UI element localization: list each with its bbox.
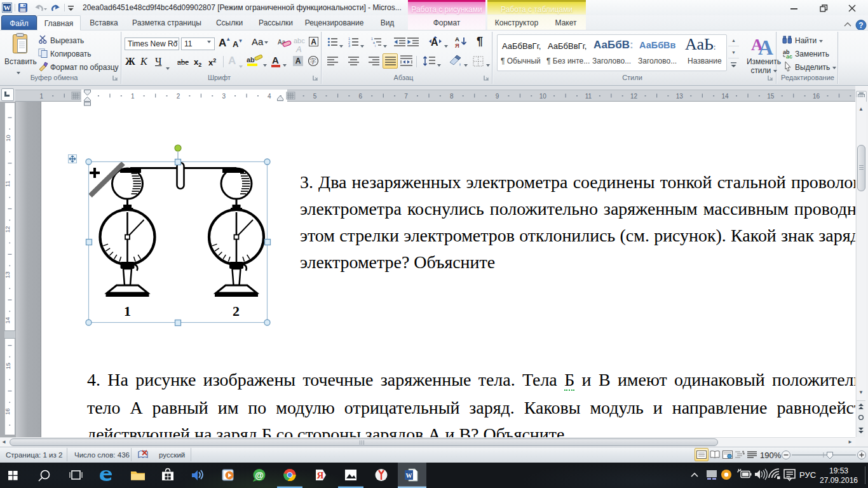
svg-text:9: 9 bbox=[496, 93, 499, 100]
svg-text:14: 14 bbox=[722, 93, 729, 100]
svg-text:14: 14 bbox=[4, 317, 11, 324]
svg-text:ac: ac bbox=[786, 53, 792, 58]
svg-text:Я: Я bbox=[455, 42, 459, 48]
svg-text:1: 1 bbox=[124, 303, 131, 319]
svg-text:5: 5 bbox=[313, 93, 317, 100]
svg-text:W: W bbox=[406, 472, 412, 479]
svg-text:19:53: 19:53 bbox=[829, 466, 848, 475]
svg-text:11: 11 bbox=[4, 180, 11, 187]
svg-text:8: 8 bbox=[450, 93, 454, 100]
svg-text:i: i bbox=[375, 44, 376, 47]
svg-text:ab: ab bbox=[247, 56, 255, 64]
svg-text:11: 11 bbox=[585, 93, 592, 100]
svg-text:27.09.2016: 27.09.2016 bbox=[820, 476, 858, 485]
svg-text:3: 3 bbox=[348, 44, 350, 47]
svg-text:7: 7 bbox=[404, 93, 408, 100]
svg-text:12: 12 bbox=[4, 226, 11, 233]
svg-text:10: 10 bbox=[4, 135, 11, 142]
svg-text:16: 16 bbox=[4, 408, 11, 415]
svg-text:А: А bbox=[431, 37, 438, 48]
svg-text:10: 10 bbox=[539, 93, 547, 100]
svg-text:3: 3 bbox=[222, 93, 226, 100]
svg-text:@: @ bbox=[255, 470, 264, 480]
svg-text:Я: Я bbox=[317, 470, 324, 480]
svg-text:A: A bbox=[758, 36, 773, 57]
svg-text:12: 12 bbox=[630, 93, 638, 100]
svg-text:2: 2 bbox=[177, 93, 180, 100]
svg-text:字: 字 bbox=[310, 58, 316, 65]
svg-text:4: 4 bbox=[268, 93, 271, 100]
svg-text:2: 2 bbox=[233, 303, 240, 319]
svg-text:13: 13 bbox=[4, 271, 11, 278]
svg-text:16: 16 bbox=[813, 93, 820, 100]
svg-text:6: 6 bbox=[359, 93, 363, 100]
svg-text:W: W bbox=[4, 4, 11, 11]
svg-text:1: 1 bbox=[131, 93, 135, 100]
svg-text:15: 15 bbox=[4, 363, 11, 370]
svg-text:1: 1 bbox=[39, 93, 43, 100]
svg-text:15: 15 bbox=[767, 93, 775, 100]
svg-text:РУС: РУС bbox=[799, 470, 816, 480]
svg-text:13: 13 bbox=[676, 93, 684, 100]
svg-text:?: ? bbox=[858, 21, 863, 30]
